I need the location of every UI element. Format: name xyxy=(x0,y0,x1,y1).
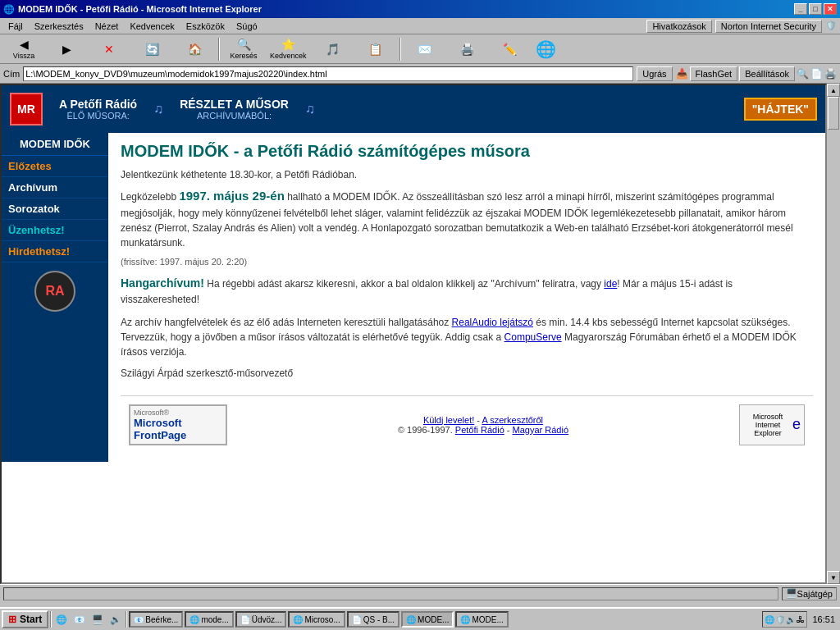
start-button[interactable]: ⊞ Start xyxy=(2,610,48,628)
menu-edit[interactable]: Szerkesztés xyxy=(30,21,89,32)
realaudio-link[interactable]: RealAudio lejátszó xyxy=(452,317,533,328)
forward-icon: ▶ xyxy=(62,43,71,56)
go-button[interactable]: Ugrás xyxy=(637,66,672,81)
taskbar-app-2[interactable]: 📄 Üdvöz... xyxy=(235,611,287,628)
window-title: MODEM IDŐK - Petőfi Rádió - Microsoft In… xyxy=(18,4,262,14)
scroll-down-button[interactable]: ▼ xyxy=(827,571,840,584)
menu-favorites[interactable]: Kedvencek xyxy=(125,21,179,32)
highlight-prefix: Legközelebb xyxy=(121,191,179,203)
taskbar-right: 🌐 🛡️ 🔊 🖧 16:51 xyxy=(762,611,838,628)
address-input[interactable] xyxy=(23,66,633,81)
edit-button[interactable]: ✏️ xyxy=(490,37,531,62)
close-button[interactable]: ✕ xyxy=(824,3,837,15)
address-bar: Cím Ugrás 📥 FlashGet Beállítások 🔍 📄 🖨️ xyxy=(0,64,840,84)
stop-icon: ✕ xyxy=(104,43,114,56)
systray-norton: 🛡️ xyxy=(775,615,785,624)
sidebar-item-sorozatok[interactable]: Sorozatok xyxy=(2,199,108,220)
sidebar-logo-area: RA xyxy=(2,262,108,320)
menu-file[interactable]: Fájl xyxy=(3,21,28,32)
app0-icon: 📧 xyxy=(134,615,144,624)
content-area: MODEM IDŐK Előzetes Archívum Sorozatok Ü… xyxy=(2,133,825,462)
toolbar-sep1 xyxy=(218,38,220,61)
refresh-button[interactable]: 🔄 xyxy=(131,37,172,62)
quicklaunch-desktop[interactable]: 🖥️ xyxy=(89,611,106,628)
taskbar-app-1[interactable]: 🌐 mode... xyxy=(185,611,233,628)
compuserve-link[interactable]: CompuServe xyxy=(504,331,562,343)
scrollbar-vertical[interactable]: ▲ ▼ xyxy=(827,84,840,584)
mail-icon: ✉️ xyxy=(418,43,431,56)
quicklaunch-ra[interactable]: 🔊 xyxy=(107,611,124,628)
footer-petofiv-link[interactable]: Petőfi Rádió xyxy=(455,425,504,435)
taskbar-app-0[interactable]: 📧 Beérke... xyxy=(129,611,183,628)
sidebar-item-archivum[interactable]: Archívum xyxy=(2,177,108,199)
menu-tools[interactable]: Eszközök xyxy=(181,21,230,32)
start-label: Start xyxy=(20,614,42,625)
browser-area: MR A Petőfi Rádió ÉLŐ MŰSORA: ♫ RÉSZLET … xyxy=(0,84,840,584)
sidebar-item-uzenhetsz[interactable]: Üzenhetsz! xyxy=(2,220,108,241)
app3-label: Microso... xyxy=(304,615,340,624)
scroll-track[interactable] xyxy=(827,97,840,571)
print-button[interactable]: 🖨️ xyxy=(447,37,488,62)
flashget-button[interactable]: FlashGet xyxy=(690,66,738,81)
window-controls[interactable]: _ □ ✕ xyxy=(794,3,837,15)
title-bar: 🌐 MODEM IDŐK - Petőfi Rádió - Microsoft … xyxy=(0,0,840,18)
taskbar-app-3[interactable]: 🌐 Microso... xyxy=(288,611,345,628)
quicklaunch-ie[interactable]: 🌐 xyxy=(53,611,70,628)
taskbar-app-4[interactable]: 📄 QS - B... xyxy=(347,611,399,628)
norton-security-button[interactable]: Norton Internet Security xyxy=(715,20,822,33)
hangarchivum-link[interactable]: ide xyxy=(604,278,617,290)
mail-button[interactable]: ✉️ xyxy=(404,37,445,62)
forward-button[interactable]: ▶ xyxy=(46,37,87,62)
history-icon: 📋 xyxy=(368,43,382,56)
sidebar-item-elozetes[interactable]: Előzetes xyxy=(2,156,108,177)
settings-button[interactable]: Beállítások xyxy=(739,66,795,81)
menu-help[interactable]: Súgó xyxy=(231,21,262,32)
page-frame: MR A Petőfi Rádió ÉLŐ MŰSORA: ♫ RÉSZLET … xyxy=(0,84,827,584)
site-footer: Microsoft® Microsoft FrontPage Küldj lev… xyxy=(121,395,813,454)
sidebar-item-hirdethetsz[interactable]: Hirdethetsz! xyxy=(2,241,108,262)
frontpage-label: Microsoft® Microsoft FrontPage xyxy=(134,408,222,441)
scroll-thumb[interactable] xyxy=(828,97,839,130)
taskbar-app-6[interactable]: 🌐 MODE... xyxy=(455,611,508,628)
footer-ie: Microsoft Internet Explorer e xyxy=(739,404,805,445)
header-archive-sub: ARCHÍVUMÁBÓL: xyxy=(180,111,289,121)
stop-button[interactable]: ✕ xyxy=(89,37,130,62)
back-icon: ◀ xyxy=(20,38,29,51)
favorites-icon: ⭐ xyxy=(281,38,295,51)
quicklaunch-outlook[interactable]: 📧 xyxy=(71,611,88,628)
refresh-icon: 🔄 xyxy=(145,43,159,56)
frontpage-text: Microsoft FrontPage xyxy=(134,417,186,441)
search-label: Keresés xyxy=(230,52,257,60)
history-button[interactable]: 📋 xyxy=(355,37,396,62)
media-button[interactable]: 🎵 xyxy=(313,37,354,62)
app1-icon: 🌐 xyxy=(189,615,199,624)
search-button[interactable]: 🔍 Keresés xyxy=(223,37,264,62)
systray: 🌐 🛡️ 🔊 🖧 xyxy=(762,611,807,628)
footer-magyar-link[interactable]: Magyar Rádió xyxy=(513,425,568,435)
hivatkozasok-button[interactable]: Hivatkozások xyxy=(646,20,711,33)
favorites-button[interactable]: ⭐ Kedvencek xyxy=(266,37,311,62)
address-label: Cím xyxy=(3,69,20,79)
menu-view[interactable]: Nézet xyxy=(90,21,124,32)
footer-about-link[interactable]: A szerkesztőről xyxy=(482,415,543,425)
back-button[interactable]: ◀ Vissza xyxy=(3,37,44,62)
print-icon: 🖨️ xyxy=(460,43,474,56)
hangarchivum-para: Hangarchívum! Ha régebbi adást akarsz ki… xyxy=(121,275,813,307)
copyright-text: © 1996-1997. xyxy=(398,425,455,435)
home-button[interactable]: 🏠 xyxy=(174,37,215,62)
norton-icon: 🛡️ xyxy=(825,21,837,31)
browser-icon: 🌐 xyxy=(3,4,15,15)
status-bar: 🖥️ Sajátgép xyxy=(0,584,840,602)
header-station: A Petőfi Rádió xyxy=(59,98,137,111)
maximize-button[interactable]: □ xyxy=(809,3,822,15)
footer-center: Küldj levelet! - A szerkesztőről © 1996-… xyxy=(398,415,568,435)
footer-frontpage: Microsoft® Microsoft FrontPage xyxy=(129,404,227,445)
app2-icon: 📄 xyxy=(240,615,250,624)
scroll-up-button[interactable]: ▲ xyxy=(827,84,840,97)
menu-bar: Fájl Szerkesztés Nézet Kedvencek Eszközö… xyxy=(0,18,840,34)
minimize-button[interactable]: _ xyxy=(794,3,807,15)
footer-send-link[interactable]: Küldj levelet! xyxy=(423,415,474,425)
taskbar-app-5[interactable]: 🌐 MODE... xyxy=(401,611,454,628)
edit-icon: ✏️ xyxy=(503,43,517,56)
zone-text: Sajátgép xyxy=(797,589,833,599)
